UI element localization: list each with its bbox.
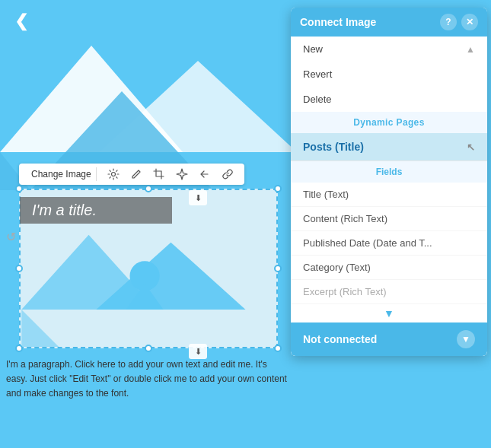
field-excerpt[interactable]: Excerpt (Rich Text)	[291, 280, 487, 304]
crop-icon	[153, 168, 165, 180]
download-top-button[interactable]: ⬇	[189, 190, 207, 205]
connect-image-panel: Connect Image ? ✕ New ▲ Revert Delete Dy…	[291, 8, 487, 356]
title-overlay[interactable]: I'm a title.	[20, 197, 172, 224]
paragraph-text[interactable]: I'm a paragraph. Click here to add your …	[6, 357, 288, 402]
field-category[interactable]: Category (Text)	[291, 256, 487, 280]
field-title[interactable]: Title (Text)	[291, 183, 487, 207]
field-published-date[interactable]: Published Date (Date and T...	[291, 231, 487, 256]
back-arrow-icon	[199, 168, 211, 180]
link-button[interactable]	[218, 167, 237, 182]
cursor-indicator: ↖	[467, 141, 475, 153]
delete-label: Delete	[303, 94, 332, 105]
download-bottom-button[interactable]: ⬇	[189, 344, 207, 359]
menu-item-revert[interactable]: Revert	[291, 62, 487, 87]
menu-item-delete[interactable]: Delete	[291, 87, 487, 112]
pencil-icon	[130, 168, 142, 180]
chevron-left-icon: ❮	[14, 11, 28, 31]
back-arrow-button[interactable]	[196, 167, 214, 182]
image-toolbar: Change Image	[19, 164, 244, 185]
crop-button[interactable]	[150, 167, 168, 182]
expand-button[interactable]: ▼	[457, 330, 475, 348]
chevron-down-expand-icon: ▼	[461, 334, 470, 345]
scroll-down-indicator[interactable]: ▼	[291, 304, 487, 322]
sparkle-icon	[176, 168, 188, 180]
fields-section: Fields Title (Text) Content (Rich Text) …	[291, 160, 487, 304]
panel-header-icons: ? ✕	[440, 14, 478, 30]
close-button[interactable]: ✕	[461, 14, 478, 30]
field-content[interactable]: Content (Rich Text)	[291, 207, 487, 231]
selected-posts-item[interactable]: Posts (Title) ↖	[291, 133, 487, 160]
link-icon	[222, 168, 234, 180]
help-button[interactable]: ?	[440, 14, 457, 30]
chevron-down-icon: ▼	[384, 307, 394, 319]
not-connected-footer: Not connected ▼	[291, 322, 487, 356]
panel-title: Connect Image	[300, 16, 376, 28]
not-connected-label: Not connected	[303, 333, 377, 345]
chevron-up-icon: ▲	[466, 44, 475, 55]
revert-label: Revert	[303, 68, 332, 80]
undo-icon[interactable]: ↺	[6, 230, 16, 244]
mountain-illustration	[0, 0, 297, 190]
change-image-button[interactable]: Change Image	[27, 167, 97, 181]
panel-header: Connect Image ? ✕	[291, 8, 487, 37]
gear-icon	[107, 168, 120, 180]
panel-body: New ▲ Revert Delete Dynamic Pages Posts …	[291, 37, 487, 322]
back-button[interactable]: ❮	[8, 8, 35, 35]
fields-header: Fields	[291, 161, 487, 183]
gear-button[interactable]	[104, 167, 123, 182]
svg-point-5	[111, 173, 115, 176]
selected-item-label: Posts (Title)	[303, 141, 364, 153]
menu-item-new[interactable]: New ▲	[291, 37, 487, 62]
sparkle-button[interactable]	[173, 167, 191, 182]
dynamic-pages-header: Dynamic Pages	[291, 112, 487, 133]
new-label: New	[303, 43, 323, 55]
edit-button[interactable]	[127, 167, 145, 182]
